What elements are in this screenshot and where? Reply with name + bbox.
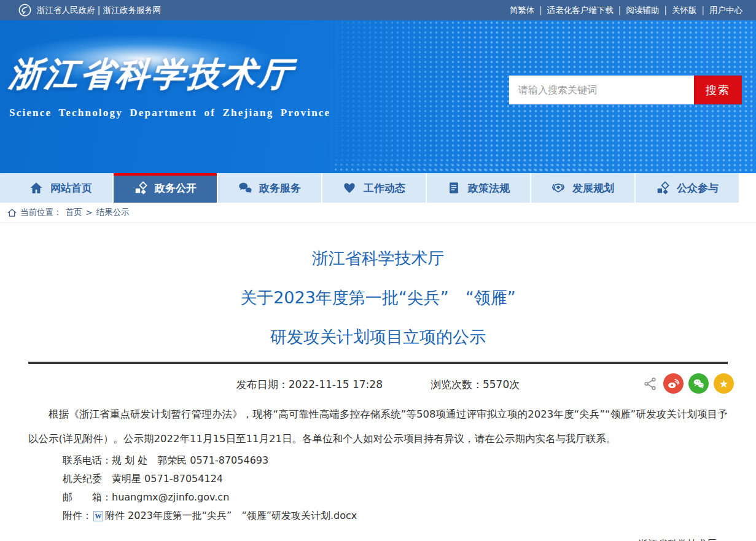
article-title-line1: 浙江省科学技术厅 bbox=[28, 239, 728, 278]
nav-item-home[interactable]: 网站首页 bbox=[9, 173, 114, 203]
topbar-link-accessibility-client[interactable]: 适老化客户端下载 bbox=[547, 5, 626, 16]
chat-bubbles-icon bbox=[238, 181, 252, 195]
topbar-link-reading-aid[interactable]: 阅读辅助 bbox=[626, 5, 672, 16]
wechat-share-icon[interactable] bbox=[688, 373, 709, 394]
open-gov-icon bbox=[134, 181, 147, 195]
contact-email-line: 邮 箱：huangmx@zjinfo.gov.cn bbox=[28, 488, 728, 507]
topbar-link-user-center[interactable]: 用户中心 bbox=[709, 5, 742, 16]
share-icon[interactable] bbox=[644, 377, 657, 391]
search-box: 搜索 bbox=[509, 76, 742, 104]
nav-item-gov-disclosure[interactable]: 政务公开 bbox=[114, 173, 218, 203]
attachment-link[interactable]: 附件 2023年度第一批“尖兵” “领雁”研发攻关计划.docx bbox=[105, 507, 357, 525]
participation-icon bbox=[656, 181, 669, 195]
nav-item-label: 工作动态 bbox=[364, 181, 405, 195]
breadcrumb-separator: > bbox=[86, 208, 93, 217]
nav-item-development-plan[interactable]: 发展规划 bbox=[531, 173, 636, 203]
search-input[interactable] bbox=[509, 76, 694, 104]
attachment-row: 附件： W 附件 2023年度第一批“尖兵” “领雁”研发攻关计划.docx bbox=[28, 507, 728, 525]
topbar-link-simplified-traditional[interactable]: 简繁体 bbox=[510, 5, 547, 16]
breadcrumb-home-link[interactable]: 首页 bbox=[66, 207, 82, 218]
nav-item-label: 网站首页 bbox=[50, 181, 92, 195]
nav-item-label: 政策法规 bbox=[468, 181, 510, 195]
document-icon bbox=[447, 181, 461, 195]
breadcrumb-label: 当前位置： bbox=[20, 207, 62, 218]
breadcrumb-home-icon bbox=[7, 208, 17, 217]
article-title-line3: 研发攻关计划项目立项的公示 bbox=[28, 317, 728, 357]
article-body: 根据《浙江省重点研发计划暂行管理办法》，现将“高可靠性高端多控存储系统”等508… bbox=[28, 402, 728, 451]
attachment-label: 附件： bbox=[63, 507, 92, 525]
site-identity: 浙江省科学技术厅 Science Technology Department o… bbox=[9, 52, 330, 119]
site-banner: 浙江省科学技术厅 Science Technology Department o… bbox=[0, 20, 756, 173]
weibo-share-icon[interactable] bbox=[663, 373, 684, 394]
signature-block: 浙江省科学技术厅 2022年11月15日 bbox=[28, 535, 728, 541]
site-subtitle-english: Science Technology Department of Zhejian… bbox=[9, 107, 330, 119]
nav-item-label: 公众参与 bbox=[677, 181, 719, 195]
main-navigation: 网站首页 政务公开 政务服务 工作动态 政策法规 bbox=[0, 173, 756, 203]
nav-item-label: 政务公开 bbox=[155, 181, 197, 195]
nav-item-label: 发展规划 bbox=[572, 181, 614, 195]
article-title: 浙江省科学技术厅 关于2023年度第一批“尖兵” “领雁” 研发攻关计划项目立项… bbox=[28, 239, 728, 357]
nav-right-spacer bbox=[740, 173, 756, 203]
gov-portal-links[interactable]: 浙江省人民政府 | 浙江政务服务网 bbox=[18, 4, 161, 17]
world-map-dot-pattern-bottom bbox=[333, 157, 605, 173]
title-divider bbox=[28, 362, 728, 364]
nav-item-work-news[interactable]: 工作动态 bbox=[322, 173, 427, 203]
topbar-link-care-version[interactable]: 关怀版 bbox=[672, 5, 709, 16]
search-button[interactable]: 搜索 bbox=[694, 76, 742, 104]
nav-item-public-participation[interactable]: 公众参与 bbox=[636, 173, 740, 203]
signature-org: 浙江省科学技术厅 bbox=[28, 535, 717, 541]
nav-item-gov-services[interactable]: 政务服务 bbox=[218, 173, 322, 203]
breadcrumb-current[interactable]: 结果公示 bbox=[96, 207, 130, 218]
nav-item-label: 政务服务 bbox=[259, 181, 301, 195]
topbar-links: 简繁体 适老化客户端下载 阅读辅助 关怀版 用户中心 bbox=[510, 5, 742, 16]
handshake-icon bbox=[551, 181, 565, 195]
home-icon bbox=[29, 181, 43, 195]
article-container: 浙江省科学技术厅 关于2023年度第一批“尖兵” “领雁” 研发攻关计划项目立项… bbox=[0, 239, 756, 541]
site-title: 浙江省科学技术厅 bbox=[7, 52, 332, 97]
contact-discipline-line: 机关纪委 黄明星 0571-87054124 bbox=[28, 470, 728, 488]
heart-icon bbox=[343, 181, 356, 195]
article-title-line2: 关于2023年度第一批“尖兵” “领雁” bbox=[28, 278, 728, 317]
view-count: 浏览次数：5570次 bbox=[431, 378, 520, 392]
breadcrumb: 当前位置： 首页 > 结果公示 bbox=[0, 203, 756, 223]
publish-date: 发布日期：2022-11-15 17:28 bbox=[236, 378, 383, 392]
zhejiang-gov-logo-icon bbox=[18, 4, 31, 17]
qzone-share-icon[interactable]: ★ bbox=[714, 373, 734, 394]
gov-portal-links-label[interactable]: 浙江省人民政府 | 浙江政务服务网 bbox=[37, 5, 161, 16]
contact-phone-line: 联系电话：规 划 处 郭荣民 0571-87054693 bbox=[28, 451, 728, 470]
share-toolbar: ★ bbox=[644, 373, 734, 394]
article-meta-row: 发布日期：2022-11-15 17:28 浏览次数：5570次 bbox=[28, 372, 728, 397]
word-doc-icon: W bbox=[93, 511, 103, 521]
nav-left-spacer bbox=[0, 173, 9, 203]
top-utility-bar: 浙江省人民政府 | 浙江政务服务网 简繁体 适老化客户端下载 阅读辅助 关怀版 … bbox=[0, 0, 756, 20]
nav-item-policies[interactable]: 政策法规 bbox=[427, 173, 531, 203]
